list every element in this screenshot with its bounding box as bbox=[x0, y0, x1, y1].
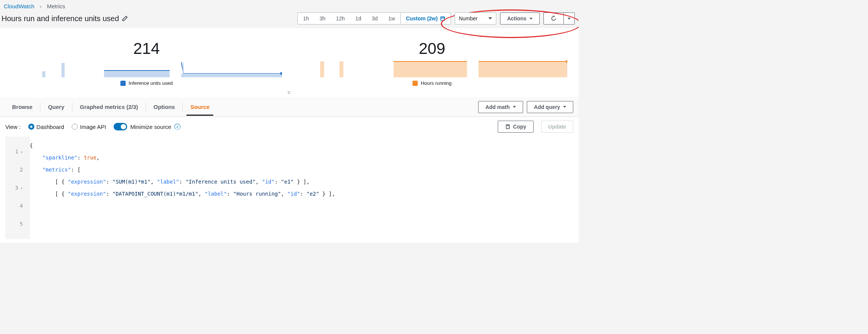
svg-rect-5 bbox=[183, 62, 183, 74]
calendar-icon bbox=[440, 16, 445, 21]
radio-image-api[interactable]: Image API bbox=[72, 124, 106, 130]
time-range-3h[interactable]: 3h bbox=[314, 13, 331, 24]
time-range-custom-label: Custom (2w) bbox=[406, 15, 438, 21]
code-body[interactable]: { "sparkline": true, "metrics": [ [ { "e… bbox=[30, 136, 335, 239]
caret-down-icon bbox=[563, 106, 566, 109]
tab-source[interactable]: Source bbox=[183, 98, 216, 115]
radio-image-api-label: Image API bbox=[80, 124, 106, 130]
time-range-12h[interactable]: 12h bbox=[331, 13, 350, 24]
view-options-row: View : Dashboard Image API Minimize sour… bbox=[0, 117, 579, 136]
page-title-text: Hours run and inference units used bbox=[2, 14, 119, 23]
tab-browse[interactable]: Browse bbox=[5, 98, 39, 115]
breadcrumb-root-link[interactable]: CloudWatch bbox=[4, 3, 34, 9]
chart-area: 214 Inference units used 209 bbox=[0, 28, 579, 90]
time-range-custom[interactable]: Custom (2w) bbox=[400, 13, 451, 24]
breadcrumb: CloudWatch › Metrics bbox=[0, 0, 579, 11]
divider bbox=[40, 103, 40, 112]
resize-handle[interactable]: = bbox=[0, 90, 579, 97]
breadcrumb-current: Metrics bbox=[47, 3, 65, 9]
legend-right: Hours running bbox=[412, 80, 452, 86]
svg-rect-0 bbox=[440, 17, 445, 21]
add-query-button[interactable]: Add query bbox=[527, 101, 573, 113]
legend-label-left: Inference units used bbox=[129, 80, 173, 86]
legend-swatch-right bbox=[412, 81, 418, 86]
refresh-button-group bbox=[543, 12, 575, 25]
copy-button[interactable]: Copy bbox=[498, 121, 534, 133]
toggle-minimize-source[interactable] bbox=[114, 123, 127, 130]
chart-inference-units: 214 Inference units used bbox=[11, 40, 282, 86]
svg-rect-7 bbox=[320, 61, 324, 77]
actions-label: Actions bbox=[507, 15, 526, 21]
svg-rect-10 bbox=[479, 61, 567, 77]
time-range-group: 1h 3h 12h 1d 3d 1w Custom (2w) bbox=[297, 12, 451, 25]
view-label: View : bbox=[5, 124, 21, 130]
refresh-button[interactable] bbox=[543, 12, 563, 25]
add-query-label: Add query bbox=[534, 104, 560, 110]
metric-value-left: 214 bbox=[133, 40, 160, 58]
caret-down-icon bbox=[529, 18, 532, 21]
chart-hours-running: 209 Hours running bbox=[297, 40, 568, 86]
page-title: Hours run and inference units used bbox=[2, 14, 128, 23]
svg-rect-3 bbox=[104, 70, 170, 77]
info-icon[interactable]: i bbox=[174, 124, 180, 130]
divider bbox=[72, 103, 72, 112]
legend-swatch-left bbox=[120, 81, 126, 86]
time-range-1w[interactable]: 1w bbox=[383, 13, 400, 24]
sparkline-inference bbox=[11, 60, 282, 77]
svg-rect-9 bbox=[393, 61, 466, 77]
add-math-button[interactable]: Add math bbox=[478, 101, 523, 113]
update-button: Update bbox=[541, 121, 573, 133]
code-gutter: 1 2 3 4 5 bbox=[5, 136, 30, 239]
view-type-select[interactable]: Number bbox=[455, 12, 496, 25]
copy-icon bbox=[505, 124, 510, 129]
svg-rect-12 bbox=[506, 126, 509, 129]
view-type-value: Number bbox=[459, 15, 478, 21]
time-range-1d[interactable]: 1d bbox=[350, 13, 367, 24]
copy-label: Copy bbox=[513, 124, 526, 130]
svg-rect-4 bbox=[181, 74, 282, 77]
source-code-editor[interactable]: 1 2 3 4 5 { "sparkline": true, "metrics"… bbox=[0, 136, 579, 243]
edit-icon[interactable] bbox=[122, 15, 128, 21]
divider bbox=[182, 103, 183, 112]
tabs-row: Browse Query Graphed metrics (2/3) Optio… bbox=[0, 97, 579, 117]
chevron-right-icon: › bbox=[40, 3, 42, 9]
refresh-dropdown-button[interactable] bbox=[563, 12, 575, 25]
legend-label-right: Hours running bbox=[421, 80, 452, 86]
tab-graphed-metrics[interactable]: Graphed metrics (2/3) bbox=[73, 98, 145, 115]
caret-down-icon bbox=[513, 106, 516, 109]
actions-button[interactable]: Actions bbox=[500, 12, 540, 25]
toggle-minimize-label: Minimize source bbox=[130, 124, 171, 130]
radio-icon bbox=[28, 124, 34, 130]
add-math-label: Add math bbox=[485, 104, 510, 110]
svg-rect-8 bbox=[339, 61, 343, 77]
tab-options[interactable]: Options bbox=[147, 98, 182, 115]
radio-icon bbox=[72, 124, 78, 130]
svg-rect-2 bbox=[62, 63, 65, 77]
radio-dashboard-label: Dashboard bbox=[37, 124, 64, 130]
time-range-1h[interactable]: 1h bbox=[298, 13, 314, 24]
divider bbox=[146, 103, 146, 112]
sparkline-hours bbox=[297, 60, 568, 77]
metric-value-right: 209 bbox=[419, 40, 445, 58]
tab-query[interactable]: Query bbox=[41, 98, 71, 115]
time-range-3d[interactable]: 3d bbox=[366, 13, 383, 24]
page-header: Hours run and inference units used 1h 3h… bbox=[0, 11, 579, 28]
svg-rect-1 bbox=[42, 71, 45, 77]
caret-down-icon bbox=[568, 18, 571, 21]
legend-left: Inference units used bbox=[120, 80, 173, 86]
update-label: Update bbox=[548, 124, 566, 130]
refresh-icon bbox=[551, 15, 557, 21]
radio-dashboard[interactable]: Dashboard bbox=[28, 124, 64, 130]
